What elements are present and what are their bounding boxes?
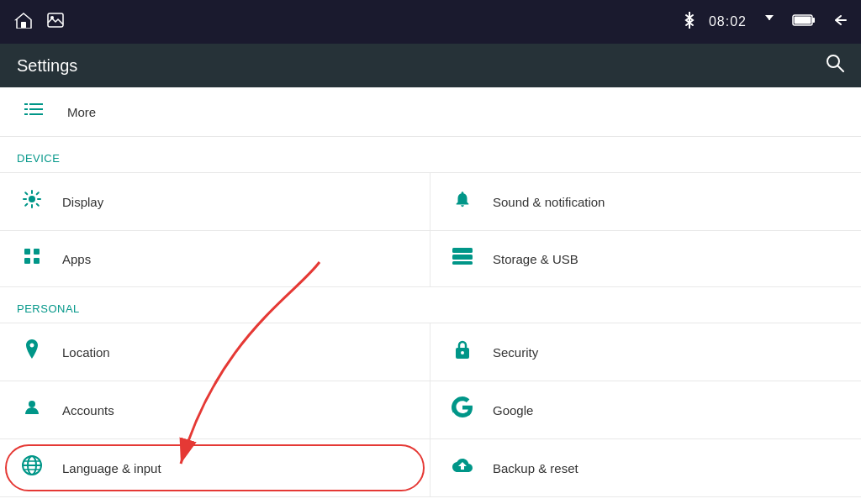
location-icon xyxy=(17,339,47,365)
accounts-item[interactable]: Accounts xyxy=(0,381,430,439)
app-bar-title: Settings xyxy=(17,56,77,76)
display-icon xyxy=(17,189,47,214)
device-section-header: Device xyxy=(0,137,861,172)
settings-content: More Device Display Sound & notification xyxy=(0,87,861,504)
language-item[interactable]: Language & input xyxy=(0,439,430,497)
backup-item[interactable]: Backup & reset xyxy=(430,439,861,497)
google-icon xyxy=(447,396,478,423)
svg-rect-16 xyxy=(452,255,473,260)
svg-rect-13 xyxy=(24,258,30,264)
more-icon xyxy=(17,99,50,124)
backup-icon xyxy=(447,455,478,480)
google-label: Google xyxy=(493,403,533,417)
bluetooth-icon xyxy=(684,11,695,34)
location-label: Location xyxy=(62,345,110,360)
svg-point-10 xyxy=(29,196,35,202)
status-bar: 08:02 xyxy=(0,0,861,44)
device-grid: Display Sound & notification Apps xyxy=(0,172,861,287)
search-button[interactable] xyxy=(826,54,844,77)
security-icon xyxy=(447,339,478,365)
battery-icon xyxy=(792,13,816,31)
svg-rect-14 xyxy=(34,258,40,264)
security-item[interactable]: Security xyxy=(430,323,861,381)
location-item[interactable]: Location xyxy=(0,323,430,381)
sound-label: Sound & notification xyxy=(493,195,605,209)
sound-icon xyxy=(447,188,478,215)
svg-line-9 xyxy=(837,66,843,71)
svg-point-20 xyxy=(29,401,35,407)
svg-rect-15 xyxy=(452,248,473,253)
storage-label: Storage & USB xyxy=(493,252,578,266)
svg-rect-12 xyxy=(34,249,40,255)
svg-rect-0 xyxy=(21,22,26,28)
personal-section-title: Personal xyxy=(17,302,80,315)
apps-item[interactable]: Apps xyxy=(0,231,430,287)
sound-item[interactable]: Sound & notification xyxy=(430,173,861,231)
display-label: Display xyxy=(62,195,103,209)
back-icon[interactable] xyxy=(829,13,848,32)
personal-section-header: Personal xyxy=(0,287,861,323)
accounts-label: Accounts xyxy=(62,403,114,417)
svg-rect-6 xyxy=(812,18,815,23)
svg-rect-17 xyxy=(452,261,473,265)
security-label: Security xyxy=(493,345,538,360)
storage-item[interactable]: Storage & USB xyxy=(430,231,861,287)
device-section-title: Device xyxy=(17,152,60,165)
signal-icon xyxy=(760,13,779,32)
svg-point-19 xyxy=(461,351,464,354)
google-item[interactable]: Google xyxy=(430,381,861,439)
display-item[interactable]: Display xyxy=(0,173,430,231)
home-icon xyxy=(13,12,34,33)
more-item[interactable]: More xyxy=(0,87,861,137)
language-icon xyxy=(17,454,47,481)
apps-label: Apps xyxy=(62,252,91,266)
image-icon xyxy=(47,13,64,32)
status-bar-right: 08:02 xyxy=(684,11,848,34)
status-bar-left xyxy=(13,12,64,33)
status-time: 08:02 xyxy=(709,14,747,29)
storage-icon xyxy=(447,247,478,270)
svg-rect-7 xyxy=(795,16,811,24)
accounts-icon xyxy=(17,397,47,423)
svg-rect-11 xyxy=(24,249,30,255)
personal-grid: Location Security Accounts xyxy=(0,323,861,497)
more-label: More xyxy=(67,105,96,119)
app-bar: Settings xyxy=(0,44,861,87)
apps-icon xyxy=(17,246,47,271)
backup-label: Backup & reset xyxy=(493,461,578,475)
language-label: Language & input xyxy=(62,461,161,475)
